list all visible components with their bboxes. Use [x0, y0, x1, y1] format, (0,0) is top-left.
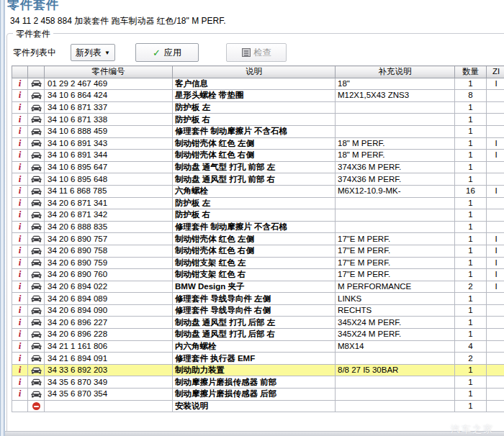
supplement-cell[interactable] — [336, 221, 455, 233]
vehicle-cell[interactable] — [28, 400, 45, 412]
table-row[interactable]: i 34 33 6 892 203制动助力装置8/8 27 I5 30BAR1 — [12, 364, 504, 376]
quantity-cell[interactable]: 1 — [455, 257, 487, 269]
car-icon[interactable] — [31, 175, 42, 183]
info-icon[interactable]: i — [19, 78, 22, 88]
zi-cell[interactable] — [487, 209, 504, 222]
info-icon[interactable]: i — [19, 150, 22, 160]
info-icon[interactable]: i — [19, 90, 22, 101]
info-cell[interactable]: i — [12, 221, 28, 233]
vehicle-cell[interactable] — [28, 101, 45, 114]
quantity-cell[interactable]: 1 — [455, 376, 487, 389]
description-cell[interactable]: 防护板 左 — [173, 197, 336, 209]
quantity-cell[interactable]: 1 — [455, 364, 487, 376]
table-row[interactable]: i 34 20 6 896 228制动盘 通风型 打孔 后部 右345X24 M… — [12, 329, 504, 341]
table-row[interactable]: i 34 20 6 871 341防护板 左1 — [12, 197, 504, 209]
check-button[interactable]: 检查 — [226, 43, 287, 62]
info-cell[interactable]: i — [12, 281, 28, 293]
supplement-cell[interactable]: 17"E M PERF. — [336, 269, 455, 281]
column-header-desc[interactable]: 说明 — [173, 66, 336, 78]
part-number-cell[interactable]: 34 20 6 888 835 — [45, 221, 173, 233]
zi-cell[interactable]: I — [487, 137, 504, 150]
car-icon[interactable] — [31, 389, 42, 398]
vehicle-cell[interactable] — [28, 353, 45, 365]
vehicle-cell[interactable] — [28, 137, 45, 150]
part-number-cell[interactable]: 34 10 6 891 343 — [45, 137, 173, 150]
vehicle-cell[interactable] — [28, 304, 45, 317]
description-cell[interactable]: 制动盘 通风型 打孔 前部 右 — [173, 173, 336, 186]
zi-cell[interactable] — [487, 400, 504, 412]
info-cell[interactable]: i — [12, 78, 28, 90]
description-cell[interactable]: 修理套件 制动摩擦片 不含石棉 — [173, 221, 336, 233]
vehicle-cell[interactable] — [28, 221, 45, 233]
zi-cell[interactable] — [487, 125, 504, 137]
description-cell[interactable]: 防护板 右 — [173, 209, 336, 222]
quantity-cell[interactable]: 1 — [455, 173, 487, 186]
zi-cell[interactable] — [487, 101, 504, 114]
description-cell[interactable]: 制动钳壳体 红色 右侧 — [173, 150, 336, 162]
car-icon[interactable] — [31, 378, 42, 386]
vehicle-cell[interactable] — [28, 317, 45, 329]
table-row[interactable]: i 34 20 6 894 090修理套件 导线导向件 右侧RECHTS1 — [12, 304, 504, 317]
table-row[interactable]: i 34 20 6 894 089修理套件 导线导向件 左侧LINKS1 — [12, 293, 504, 305]
info-cell[interactable]: i — [12, 257, 28, 269]
car-icon[interactable] — [31, 354, 42, 363]
description-cell[interactable]: 安装说明 — [173, 400, 336, 412]
info-icon[interactable]: i — [19, 185, 22, 196]
info-icon[interactable]: i — [19, 269, 22, 280]
quantity-cell[interactable]: 2 — [455, 281, 487, 293]
vehicle-cell[interactable] — [28, 329, 45, 341]
description-cell[interactable]: BMW Design 夹子 — [173, 281, 336, 293]
table-row[interactable]: i 34 10 6 864 424星形头螺栓 带垫圈M12X1,5X43 ZNS… — [12, 90, 504, 102]
supplement-cell[interactable] — [336, 400, 455, 412]
supplement-cell[interactable]: 18" M PERF. — [336, 150, 455, 162]
info-cell[interactable]: i — [12, 90, 28, 102]
vehicle-cell[interactable] — [28, 269, 45, 281]
car-icon[interactable] — [31, 150, 42, 159]
description-cell[interactable]: 制动盘 通气型 打孔 前部 左 — [173, 161, 336, 173]
supplement-cell[interactable]: 374X36 M PERF. — [336, 161, 455, 173]
info-cell[interactable]: i — [12, 245, 28, 257]
table-row[interactable]: i 34 20 6 890 759制动钳支架 红色 左17"E M PERF.1… — [12, 257, 504, 269]
vehicle-cell[interactable] — [28, 209, 45, 222]
description-cell[interactable]: 内六角螺栓 — [173, 340, 336, 353]
info-cell[interactable]: i — [12, 353, 28, 365]
info-cell[interactable]: i — [12, 161, 28, 173]
info-cell[interactable]: i — [12, 340, 28, 353]
info-cell[interactable]: i — [12, 185, 28, 197]
info-icon[interactable]: i — [19, 101, 22, 112]
zi-cell[interactable]: I — [487, 281, 504, 293]
zi-cell[interactable]: I — [487, 257, 504, 269]
supplement-cell[interactable]: RECHTS — [336, 304, 455, 317]
quantity-cell[interactable]: 1 — [455, 329, 487, 341]
vehicle-cell[interactable] — [28, 197, 45, 209]
supplement-cell[interactable]: 8/8 27 I5 30BAR — [336, 364, 455, 376]
car-icon[interactable] — [31, 127, 42, 135]
vehicle-cell[interactable] — [28, 185, 45, 197]
supplement-cell[interactable]: M6X12-10.9-MK- — [336, 185, 455, 197]
supplement-cell[interactable]: 17"E M PERF. — [336, 245, 455, 257]
description-cell[interactable]: 制动盘 通风型 打孔 后部 左 — [173, 317, 336, 329]
description-cell[interactable]: 制动摩擦片磨损传感器 后部 — [173, 389, 336, 401]
quantity-cell[interactable]: 1 — [455, 150, 487, 162]
description-cell[interactable]: 制动钳壳体 红色 左侧 — [173, 233, 336, 245]
column-header-info[interactable] — [12, 66, 28, 78]
column-header-qty[interactable]: 数量 — [455, 66, 487, 78]
car-icon[interactable] — [31, 79, 42, 88]
info-cell[interactable]: i — [12, 209, 28, 222]
part-number-cell[interactable]: 34 20 6 890 758 — [45, 245, 173, 257]
zi-cell[interactable] — [487, 173, 504, 186]
quantity-cell[interactable]: 1 — [455, 161, 487, 173]
info-cell[interactable]: i — [12, 304, 28, 317]
info-cell[interactable]: i — [12, 125, 28, 137]
info-icon[interactable]: i — [19, 293, 22, 304]
car-icon[interactable] — [31, 330, 42, 338]
description-cell[interactable]: 制动钳壳体 红色 左侧 — [173, 137, 336, 150]
supplement-cell[interactable] — [336, 389, 455, 401]
part-number-cell[interactable]: 34 35 6 870 354 — [45, 389, 173, 401]
vehicle-cell[interactable] — [28, 389, 45, 401]
table-row[interactable]: i 34 10 6 895 647制动盘 通气型 打孔 前部 左374X36 M… — [12, 161, 504, 173]
vehicle-cell[interactable] — [28, 245, 45, 257]
quantity-cell[interactable]: 8 — [455, 90, 487, 102]
car-icon[interactable] — [31, 199, 42, 207]
info-cell[interactable]: i — [12, 376, 28, 389]
